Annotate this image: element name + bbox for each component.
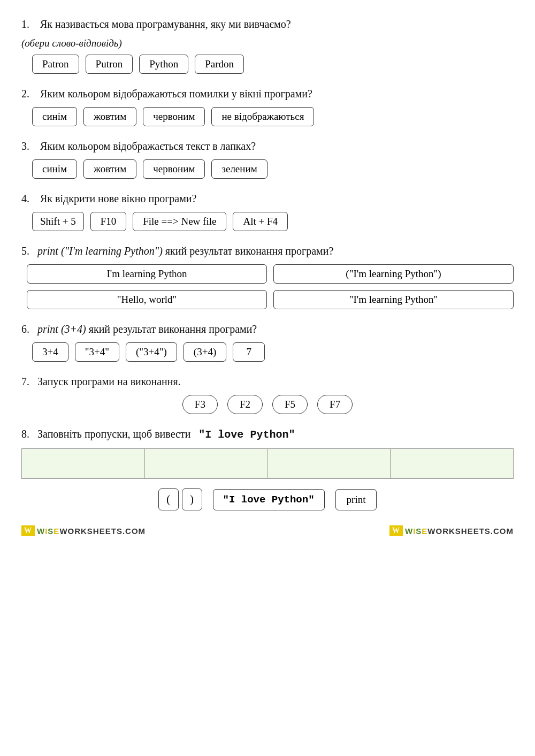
q8-box-3[interactable]: [268, 449, 391, 478]
q8-open-paren[interactable]: (: [158, 488, 179, 510]
q4-text: Як відкрити нове вікно програми?: [40, 193, 196, 204]
q8-paren-group: ( ): [158, 488, 202, 510]
q6-text-suffix: який результат виконання програми?: [89, 323, 257, 335]
q7-option-f3[interactable]: F3: [182, 395, 218, 414]
q4-number: 4.: [21, 193, 29, 204]
q6-option-3[interactable]: ("3+4"): [126, 342, 177, 362]
q2-option-zhovtym[interactable]: жовтим: [83, 107, 136, 126]
q6-number: 6.: [21, 323, 29, 335]
q4-option-altf4[interactable]: Alt + F4: [233, 212, 288, 231]
q7-number: 7.: [21, 376, 29, 387]
q3-option-chervonym[interactable]: червоним: [143, 159, 205, 179]
q7-text: Запуск програми на виконання.: [37, 376, 181, 387]
q8-box-1[interactable]: [22, 449, 145, 478]
q5-option-1[interactable]: I'm learning Python: [27, 264, 267, 284]
q8-number: 8.: [21, 428, 29, 440]
q7-options: F3 F2 F5 F7: [21, 395, 514, 414]
q4-option-shift5[interactable]: Shift + 5: [32, 212, 84, 231]
q6-option-2[interactable]: "3+4": [75, 342, 119, 362]
q2-text: Яким кольором відображаються помилки у в…: [40, 88, 312, 100]
q4-option-f10[interactable]: F10: [90, 212, 127, 231]
q2-number: 2.: [21, 88, 29, 100]
q3-option-zhovtym[interactable]: жовтим: [83, 159, 136, 179]
q1-option-patron[interactable]: Patron: [32, 55, 79, 74]
q3-option-zelenym[interactable]: зеленим: [211, 159, 267, 179]
q8-box-2[interactable]: [145, 449, 268, 478]
q3-text: Яким кольором відображається текст в лап…: [40, 140, 256, 152]
footer-w-box-left: W: [21, 525, 35, 536]
q8-text-highlight: "I love Python": [198, 429, 295, 441]
question-5: 5. print ("I'm learning Python") який ре…: [21, 243, 514, 309]
q1-options: Patron Putron Python Pardon: [32, 55, 514, 74]
footer-logo-left: W WISEWORKSHEETS.COM: [21, 525, 146, 536]
q7-option-f2[interactable]: F2: [227, 395, 263, 414]
q6-option-1[interactable]: 3+4: [32, 342, 68, 362]
q5-option-3[interactable]: "Hello, world": [27, 290, 267, 309]
q3-option-synim[interactable]: синім: [32, 159, 77, 179]
question-1: 1. Як називається мова програмування, як…: [21, 16, 514, 74]
q3-options: синім жовтим червоним зеленим: [32, 159, 514, 179]
q1-option-pardon[interactable]: Pardon: [195, 55, 244, 74]
q5-option-2[interactable]: ("I'm learning Python"): [273, 264, 514, 284]
footer: W WISEWORKSHEETS.COM W WISEWORKSHEETS.CO…: [21, 522, 514, 536]
q4-options: Shift + 5 F10 File ==> New file Alt + F4: [32, 212, 514, 231]
q5-text-suffix: який результат виконання програми?: [165, 245, 334, 257]
question-2: 2. Яким кольором відображаються помилки …: [21, 86, 514, 126]
q5-options: I'm learning Python ("I'm learning Pytho…: [27, 264, 514, 309]
q5-option-4[interactable]: "I'm learning Python": [273, 290, 514, 309]
q6-code: print (3+4): [37, 323, 86, 335]
q8-print-option[interactable]: print: [335, 489, 377, 510]
q8-answer-boxes: [21, 448, 514, 479]
q2-option-chervonym[interactable]: червоним: [143, 107, 205, 126]
q7-option-f5[interactable]: F5: [272, 395, 308, 414]
q8-text-prefix: Заповніть пропуски, щоб вивести: [37, 428, 190, 440]
q8-close-paren[interactable]: ): [182, 488, 202, 510]
q2-options: синім жовтим червоним не відображаються: [32, 107, 514, 126]
q2-option-synim[interactable]: синім: [32, 107, 77, 126]
q4-option-newfile[interactable]: File ==> New file: [133, 212, 226, 231]
question-7: 7. Запуск програми на виконання. F3 F2 F…: [21, 373, 514, 414]
q8-string-option[interactable]: "I love Python": [213, 489, 325, 510]
q6-options: 3+4 "3+4" ("3+4") (3+4) 7: [32, 342, 514, 362]
question-3: 3. Яким кольором відображається текст в …: [21, 138, 514, 179]
q5-code: print ("I'm learning Python"): [37, 245, 163, 257]
q8-fill-area: ( ) "I love Python" print: [21, 448, 514, 510]
footer-logo-right: W WISEWORKSHEETS.COM: [389, 525, 514, 536]
q1-number: 1.: [21, 18, 29, 30]
q5-number: 5.: [21, 245, 29, 257]
q1-hint: (обери слово-відповідь): [21, 37, 514, 49]
footer-text-right: WISEWORKSHEETS.COM: [405, 526, 514, 536]
q6-option-5[interactable]: 7: [233, 342, 265, 362]
footer-w-box-right: W: [389, 525, 403, 536]
q2-option-ne[interactable]: не відображаються: [211, 107, 314, 126]
q1-text: Як називається мова програмування, яку м…: [40, 18, 291, 30]
footer-text-left: WISEWORKSHEETS.COM: [37, 526, 146, 536]
q8-drag-options: ( ) "I love Python" print: [21, 488, 514, 510]
question-8: 8. Заповніть пропуски, щоб вивести "I lo…: [21, 426, 514, 510]
question-4: 4. Як відкрити нове вікно програми? Shif…: [21, 190, 514, 231]
q1-option-putron[interactable]: Putron: [86, 55, 133, 74]
q8-box-4[interactable]: [391, 449, 514, 478]
q6-option-4[interactable]: (3+4): [184, 342, 226, 362]
q1-option-python[interactable]: Python: [139, 55, 188, 74]
q3-number: 3.: [21, 140, 29, 152]
question-6: 6. print (3+4) який результат виконання …: [21, 321, 514, 362]
q7-option-f7[interactable]: F7: [317, 395, 353, 414]
